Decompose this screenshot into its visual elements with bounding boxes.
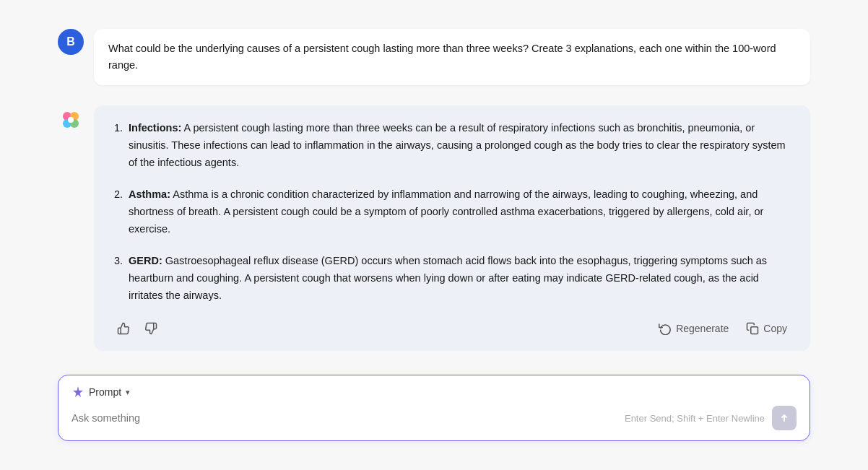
input-field-row: Enter Send; Shift + Enter Newline: [71, 406, 797, 430]
thumbs-up-button[interactable]: [111, 318, 136, 339]
list-item: Asthma: Asthma is a chronic condition ch…: [126, 186, 793, 238]
user-message-bubble: What could be the underlying causes of a…: [94, 29, 810, 85]
response-list: Infections: A persistent cough lasting m…: [111, 120, 793, 304]
list-item: GERD: Gastroesophageal reflux disease (G…: [126, 253, 793, 305]
send-button[interactable]: [772, 406, 797, 430]
copy-button[interactable]: Copy: [740, 318, 793, 339]
ai-message-row: Infections: A persistent cough lasting m…: [58, 103, 810, 365]
svg-point-4: [68, 117, 74, 123]
regenerate-button[interactable]: Regenerate: [653, 318, 734, 339]
conversation-area: B What could be the underlying causes of…: [0, 14, 868, 366]
message-input[interactable]: [71, 412, 625, 424]
sparkle-icon: [71, 386, 84, 399]
chevron-down-icon[interactable]: ▾: [126, 388, 130, 397]
ai-message-actions: Regenerate Copy: [111, 318, 793, 339]
thumbs-group: [111, 318, 163, 339]
user-message-row: B What could be the underlying causes of…: [58, 14, 810, 103]
input-top-bar: Prompt ▾: [71, 386, 797, 399]
list-item: Infections: A persistent cough lasting m…: [126, 120, 793, 172]
input-hint: Enter Send; Shift + Enter Newline: [625, 413, 765, 424]
ai-message-bubble: Infections: A persistent cough lasting m…: [94, 105, 810, 350]
user-avatar: B: [58, 29, 84, 55]
input-area-wrapper: Prompt ▾ Enter Send; Shift + Enter Newli…: [0, 366, 868, 456]
thumbs-down-button[interactable]: [139, 318, 163, 339]
prompt-label: Prompt: [89, 386, 121, 398]
svg-rect-5: [751, 326, 758, 334]
ai-avatar: [58, 107, 84, 133]
input-container: Prompt ▾ Enter Send; Shift + Enter Newli…: [58, 375, 810, 441]
